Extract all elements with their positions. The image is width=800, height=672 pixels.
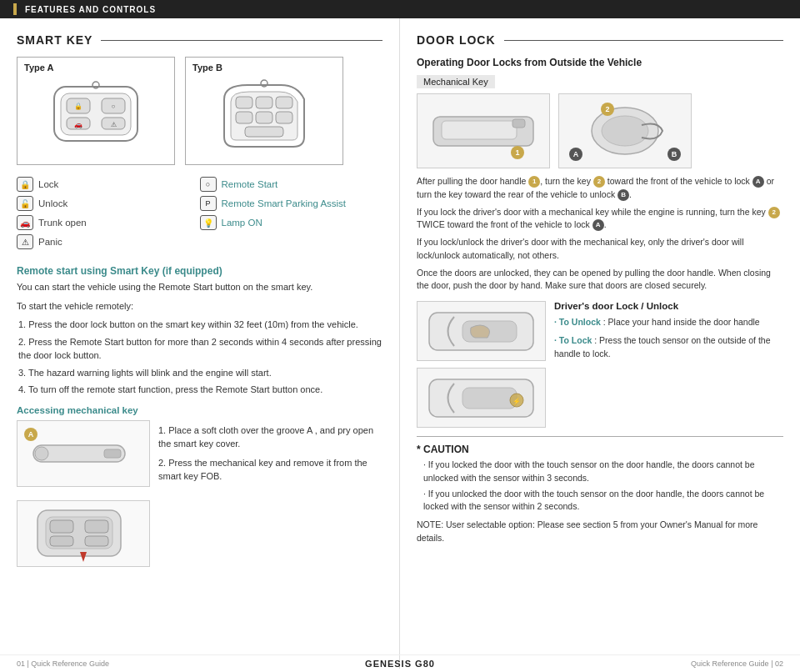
door-lock-title: DOOR LOCK xyxy=(417,33,496,47)
door-handle-img-1: 1 xyxy=(417,93,550,168)
driver-door-section: ⚡ Driver's door Lock / Unlock · To Unloc… xyxy=(417,301,783,428)
legend-right-col: ○ Remote Start P Remote Smart Parking As… xyxy=(200,177,383,253)
lamp-icon: 💡 xyxy=(200,215,217,230)
caution-box: * CAUTION · If you locked the door with … xyxy=(417,436,783,545)
door-lock-header: DOOR LOCK xyxy=(417,33,783,47)
step-3: 3. The hazard warning lights will blink … xyxy=(17,366,382,380)
legend-panic: ⚠ Panic xyxy=(17,234,200,249)
lock-text: · To Lock : Press the touch sensor on th… xyxy=(554,334,783,361)
inline-1: 1 xyxy=(528,176,540,188)
operating-heading: Operating Door Locks from Outside the Ve… xyxy=(417,57,783,68)
label-a-circle: A xyxy=(24,428,38,441)
to-unlock-text: : Place your hand inside the door handle xyxy=(603,317,760,327)
inline-a: A xyxy=(752,176,764,188)
svg-text:🚗: 🚗 xyxy=(74,120,82,128)
key-a-svg: 🔒 ○ 🚗 ⚠ xyxy=(38,78,154,153)
caution-item-1: · If you locked the door with the touch … xyxy=(417,459,783,485)
to-unlock-label: · To Unlock xyxy=(554,317,601,327)
num-2-circle: 2 xyxy=(601,103,614,116)
mech-key-svg-2 xyxy=(25,502,142,564)
caution-title: * CAUTION xyxy=(417,444,783,455)
note-text: NOTE: User selectable option: Please see… xyxy=(417,519,783,545)
to-lock-label: · To Lock xyxy=(554,335,592,345)
label-b-door: B xyxy=(668,148,681,161)
key-types-container: Type A 🔒 xyxy=(17,57,382,165)
svg-rect-14 xyxy=(236,112,252,123)
footer-right: Quick Reference Guide | 02 xyxy=(691,659,783,668)
svg-rect-16 xyxy=(276,112,292,123)
svg-rect-15 xyxy=(256,112,272,123)
lock-img-svg: ⚡ xyxy=(421,371,542,425)
legend-lock: 🔒 Lock xyxy=(17,177,200,192)
mech-key-section: A 1. Place a sof xyxy=(17,420,382,567)
legend-left-col: 🔒 Lock 🔓 Unlock 🚗 Trunk open ⚠ Panic xyxy=(17,177,200,253)
door-images-row: Mechanical Key 1 xyxy=(417,75,783,168)
top-bar-label: FEATURES AND CONTROLS xyxy=(25,5,156,14)
remote-start-body: You can start the vehicle using the Remo… xyxy=(17,280,382,294)
door-body-4: Once the doors are unlocked, they can be… xyxy=(417,267,783,293)
lamp-label: Lamp ON xyxy=(222,218,262,228)
unlock-text: · To Unlock : Place your hand inside the… xyxy=(554,316,783,329)
caution-item-2: · If you unlocked the door with the touc… xyxy=(417,488,783,514)
rspa-label: Remote Smart Parking Assist xyxy=(222,198,347,208)
svg-point-20 xyxy=(35,447,48,460)
step-4: 4. To turn off the remote start function… xyxy=(17,383,382,397)
key-type-b-box: Type B xyxy=(185,57,343,165)
driver-door-text: Driver's door Lock / Unlock · To Unlock … xyxy=(554,301,783,428)
main-content: SMART KEY Type A xyxy=(0,18,800,669)
icon-legend: 🔒 Lock 🔓 Unlock 🚗 Trunk open ⚠ Panic xyxy=(17,177,382,253)
remote-start-icon: ○ xyxy=(200,177,217,192)
smart-key-divider xyxy=(101,40,382,41)
inline-2b: 2 xyxy=(768,207,780,218)
key-type-b-label: Type B xyxy=(192,63,336,73)
smart-key-title: SMART KEY xyxy=(17,33,92,47)
mech-key-steps-text: 1. Place a soft cloth over the groove A … xyxy=(158,420,382,567)
panic-label: Panic xyxy=(38,237,62,247)
inline-b: B xyxy=(618,189,629,201)
top-bar: FEATURES AND CONTROLS xyxy=(0,0,800,18)
right-column: DOOR LOCK Operating Door Locks from Outs… xyxy=(400,18,800,669)
door-body-1: After pulling the door handle 1, turn th… xyxy=(417,175,783,202)
mech-key-img-2 xyxy=(17,500,150,567)
svg-rect-31 xyxy=(512,119,525,128)
num-1-circle: 1 xyxy=(511,146,524,159)
accent-bar xyxy=(13,3,17,15)
svg-rect-26 xyxy=(50,536,73,546)
door-body-2: If you lock the driver's door with a mec… xyxy=(417,206,783,233)
driver-door-images: ⚡ xyxy=(417,301,546,428)
svg-rect-30 xyxy=(442,121,517,139)
key-type-a-label: Type A xyxy=(24,63,168,73)
key-b-image xyxy=(192,76,336,155)
mech-key-img-1: A xyxy=(17,420,150,487)
step-2: 2. Press the Remote Start button for mor… xyxy=(17,335,382,363)
svg-rect-11 xyxy=(236,97,252,108)
svg-text:⚠: ⚠ xyxy=(111,121,117,128)
unlock-label: Unlock xyxy=(38,198,68,208)
remote-start-steps: 1. Press the door lock button on the sma… xyxy=(17,318,382,397)
door-body-3: If you lock/unlock the driver's door wit… xyxy=(417,236,783,263)
legend-unlock: 🔓 Unlock xyxy=(17,196,200,211)
mech-key-images: A xyxy=(17,420,150,567)
key-b-svg xyxy=(206,78,322,153)
left-column: SMART KEY Type A xyxy=(0,18,400,669)
legend-lamp: 💡 Lamp ON xyxy=(200,215,383,230)
lock-label: Lock xyxy=(38,179,58,189)
mech-key-label: Mechanical Key xyxy=(417,75,495,88)
driver-door-unlock-img xyxy=(417,301,546,361)
driver-door-lock-img: ⚡ xyxy=(417,368,546,428)
svg-point-33 xyxy=(602,116,648,146)
svg-text:⚡: ⚡ xyxy=(512,397,521,405)
panic-icon: ⚠ xyxy=(17,234,33,249)
mech-key-svg-1 xyxy=(25,429,142,479)
trunk-icon: 🚗 xyxy=(17,215,33,230)
remote-start-label: Remote Start xyxy=(222,179,278,189)
unlock-img-svg xyxy=(421,304,542,359)
door-lock-divider xyxy=(504,40,783,41)
legend-remote-start: ○ Remote Start xyxy=(200,177,383,192)
svg-text:🔒: 🔒 xyxy=(74,102,82,110)
door-img-group: Mechanical Key 1 xyxy=(417,75,692,168)
unlock-icon: 🔓 xyxy=(17,196,33,211)
key-type-a-box: Type A 🔒 xyxy=(17,57,175,165)
mech-step-1: 1. Place a soft cloth over the groove A … xyxy=(158,424,382,451)
key-a-image: 🔒 ○ 🚗 ⚠ xyxy=(24,76,168,155)
